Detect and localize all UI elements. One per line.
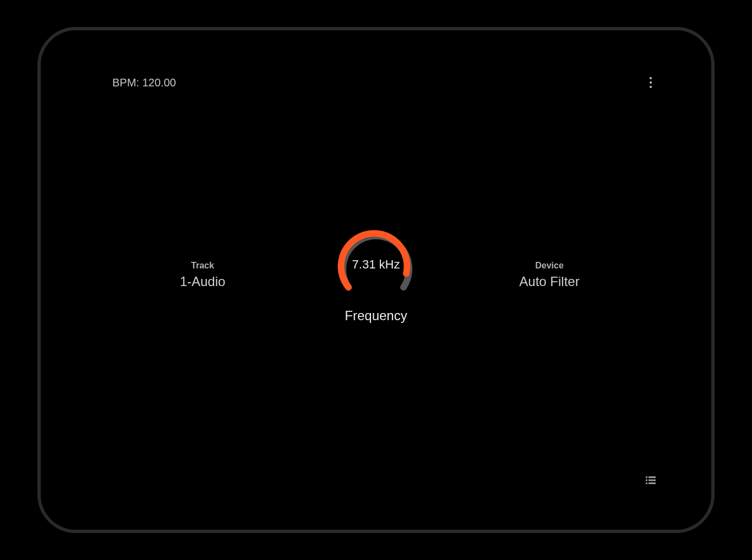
frequency-knob[interactable]: 7.31 kHz — [335, 227, 417, 298]
parameter-knob-block: 7.31 kHz Frequency — [335, 227, 417, 323]
svg-rect-2 — [646, 480, 647, 481]
device-selector[interactable]: Device Auto Filter — [500, 261, 599, 289]
svg-rect-1 — [649, 476, 656, 478]
svg-rect-5 — [649, 482, 656, 484]
bpm-readout[interactable]: BPM: 120.00 — [112, 76, 176, 89]
device-value: Auto Filter — [500, 274, 599, 289]
main-content: Track 1-Audio 7.31 kHz Frequency Device … — [41, 227, 711, 323]
svg-rect-3 — [649, 480, 656, 481]
app-screen: BPM: 120.00 Track 1-Audio 7.31 kHz — [41, 30, 711, 530]
list-icon — [646, 476, 656, 484]
svg-rect-0 — [646, 476, 647, 478]
track-selector[interactable]: Track 1-Audio — [153, 261, 252, 289]
track-value: 1-Audio — [153, 274, 252, 289]
more-menu-button[interactable] — [640, 72, 662, 94]
list-view-button[interactable] — [640, 469, 662, 491]
track-label: Track — [153, 261, 252, 271]
more-vertical-icon — [650, 77, 652, 88]
knob-value: 7.31 kHz — [352, 257, 400, 272]
knob-label: Frequency — [345, 308, 407, 323]
device-label: Device — [500, 261, 599, 271]
svg-rect-4 — [646, 482, 647, 484]
tablet-frame: BPM: 120.00 Track 1-Audio 7.31 kHz — [37, 27, 715, 533]
top-bar: BPM: 120.00 — [112, 72, 662, 94]
